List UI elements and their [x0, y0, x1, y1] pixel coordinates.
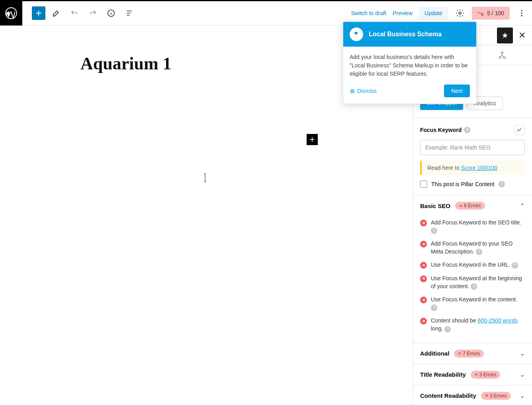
basic-seo-header[interactable]: Basic SEO 6 Errors ⌃ [413, 195, 532, 216]
settings-button[interactable] [454, 8, 465, 19]
gear-icon [456, 9, 464, 18]
fail-icon [420, 220, 427, 226]
score-text: 5 / 100 [487, 10, 504, 16]
help-icon[interactable]: ? [431, 228, 437, 234]
plus-icon [34, 9, 43, 18]
more-options-button[interactable] [516, 8, 527, 19]
seo-check-item: Use Focus Keyword at the beginning of yo… [420, 272, 525, 293]
next-button[interactable]: Next [444, 85, 470, 97]
preview-button[interactable]: Preview [393, 10, 413, 16]
toolbar-right: Switch to draft Preview Update 5 / 100 [351, 7, 532, 20]
fail-icon [420, 262, 427, 269]
wordpress-icon [5, 7, 17, 19]
text-cursor [203, 173, 204, 182]
help-icon[interactable]: ? [431, 305, 437, 311]
popover-body: Add your local business's details here w… [343, 47, 476, 85]
schema-icon [498, 51, 507, 60]
dismiss-button[interactable]: Dismiss [350, 87, 377, 95]
svg-point-4 [521, 12, 522, 14]
trends-button[interactable] [514, 125, 525, 135]
score-tip-link[interactable]: Score 100/100 [461, 165, 497, 171]
fail-icon [420, 241, 427, 248]
fail-icon [420, 275, 427, 282]
close-sidebar-button[interactable]: ✕ [516, 29, 528, 41]
star-icon [501, 32, 509, 39]
edit-tool[interactable] [49, 6, 64, 21]
svg-point-5 [521, 15, 522, 16]
nav-schema[interactable] [473, 45, 532, 65]
flag-icon-container [350, 28, 363, 41]
error-badge: 3 Errors [481, 392, 511, 400]
title-readability-header[interactable]: Title Readability 3 Errors ⌄ [413, 364, 532, 385]
plus-icon [308, 136, 316, 144]
undo-button[interactable] [67, 6, 82, 21]
chevron-up-icon: ⌃ [520, 202, 525, 210]
redo-button[interactable] [85, 6, 100, 21]
inline-add-block-button[interactable] [307, 134, 318, 145]
help-icon[interactable]: ? [499, 181, 505, 187]
help-icon[interactable]: ? [512, 262, 518, 269]
seo-check-item: Use Focus Keyword in the content. ? [420, 293, 525, 314]
keyword-label: Focus Keyword ? [420, 127, 470, 133]
switch-draft-button[interactable]: Switch to draft [351, 10, 387, 16]
seo-check-item: Add Focus Keyword to your SEO Meta Descr… [420, 237, 525, 258]
chevron-down-icon: ⌄ [520, 371, 525, 378]
fail-icon [420, 318, 427, 324]
section-title: Additional [420, 350, 449, 357]
rankmath-tab[interactable] [497, 28, 513, 43]
additional-section: Additional 7 Errors ⌄ [413, 343, 532, 364]
chart-down-icon [477, 10, 484, 16]
close-icon: ✕ [518, 30, 526, 41]
pillar-label: This post is Pillar Content [431, 181, 495, 187]
basic-seo-section: Basic SEO 6 Errors ⌃ Add Focus Keyword t… [413, 195, 532, 343]
schema-popover: Local Business Schema Add your local bus… [343, 22, 477, 104]
help-icon[interactable]: ? [464, 127, 470, 133]
seo-score-badge[interactable]: 5 / 100 [472, 7, 510, 20]
error-badge: 6 Errors [455, 202, 485, 210]
undo-icon [70, 9, 79, 18]
content-readability-section: Content Readability 3 Errors ⌄ [413, 385, 532, 405]
focus-keyword-input[interactable] [420, 140, 525, 155]
flag-icon [353, 31, 360, 38]
svg-point-2 [459, 12, 461, 14]
fail-icon [420, 297, 427, 303]
seo-check-item: Content should be 600-2500 words long. ? [420, 314, 525, 335]
add-block-button[interactable] [32, 6, 45, 20]
chevron-down-icon: ⌄ [520, 392, 525, 399]
update-button[interactable]: Update [419, 7, 448, 20]
trend-icon [516, 127, 523, 133]
seo-check-item: Use Focus Keyword in the URL. ? [420, 258, 525, 272]
outline-icon [125, 9, 134, 18]
section-title: Title Readability [420, 371, 466, 378]
svg-point-8 [501, 52, 503, 54]
pillar-checkbox[interactable] [420, 181, 427, 188]
popover-footer: Dismiss Next [343, 85, 476, 104]
word-count-link[interactable]: 600-2500 words [478, 317, 518, 324]
error-badge: 7 Errors [454, 350, 484, 358]
pillar-content-row[interactable]: This post is Pillar Content ? [420, 181, 525, 188]
content-readability-header[interactable]: Content Readability 3 Errors ⌄ [413, 385, 532, 405]
popover-title: Local Business Schema [369, 31, 442, 38]
pencil-icon [52, 9, 61, 18]
seo-checklist: Add Focus Keyword to the SEO title. ? Ad… [413, 216, 532, 343]
info-icon [107, 9, 115, 18]
section-title: Content Readability [420, 392, 476, 399]
additional-header[interactable]: Additional 7 Errors ⌄ [413, 343, 532, 364]
svg-point-3 [521, 10, 522, 11]
toolbar-left [22, 6, 137, 21]
seo-check-item: Add Focus Keyword to the SEO title. ? [420, 216, 525, 237]
section-title: Basic SEO [420, 202, 450, 209]
help-icon[interactable]: ? [476, 249, 482, 255]
help-icon[interactable]: ? [444, 326, 451, 332]
chevron-down-icon: ⌄ [520, 350, 525, 357]
wordpress-logo[interactable] [0, 1, 22, 26]
redo-icon [88, 9, 97, 18]
info-button[interactable] [104, 6, 119, 21]
outline-button[interactable] [122, 6, 137, 21]
score-tip: Read here to Score 100/100 [420, 161, 525, 175]
focus-keyword-section: Focus Keyword ? Read here to Score 100/1… [413, 118, 532, 195]
dots-vertical-icon [517, 9, 526, 18]
help-icon[interactable]: ? [471, 283, 477, 290]
keyword-header: Focus Keyword ? [420, 125, 525, 135]
title-readability-section: Title Readability 3 Errors ⌄ [413, 364, 532, 385]
